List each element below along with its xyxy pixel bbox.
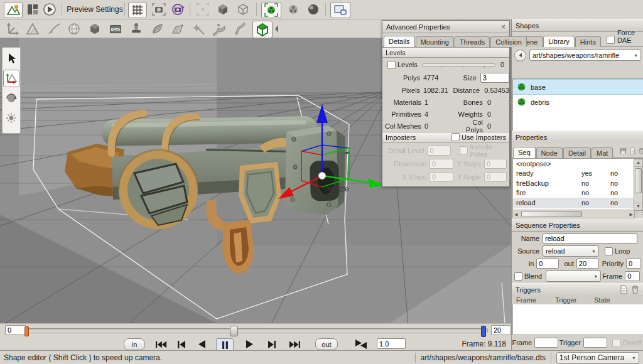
tab-threads[interactable]: Threads <box>455 36 490 47</box>
levels-slider[interactable] <box>423 62 495 68</box>
particle-editor-icon[interactable] <box>190 21 207 36</box>
shape-bounds-icon[interactable] <box>261 2 281 18</box>
cube-wireframe-icon[interactable] <box>235 2 251 17</box>
resize-grip[interactable]: ⋮⋮ <box>635 210 642 217</box>
timeline-thumb[interactable] <box>230 326 238 336</box>
priority-input[interactable] <box>626 259 641 269</box>
tab-hints[interactable]: Hints <box>575 36 601 47</box>
trigger-frame-input[interactable] <box>534 338 558 348</box>
seq-row-fire[interactable]: firenono <box>513 188 643 198</box>
panes-icon[interactable] <box>25 2 40 17</box>
tab-detail[interactable]: Detail <box>563 147 591 158</box>
move-tool-icon[interactable] <box>3 70 19 87</box>
out-button[interactable]: out <box>315 338 338 350</box>
in-button[interactable]: in <box>124 338 145 350</box>
tab-mat[interactable]: Mat <box>592 147 613 158</box>
pause-icon[interactable] <box>216 338 234 351</box>
light-tool-icon[interactable] <box>4 110 19 126</box>
shape-gray-icon[interactable] <box>285 2 301 17</box>
triggers-list[interactable] <box>512 304 643 335</box>
trigger-id-input[interactable] <box>583 338 607 348</box>
out-input[interactable] <box>576 259 599 269</box>
seq-row-ready[interactable]: readyyesno <box>513 169 643 179</box>
frame-input[interactable] <box>625 271 640 281</box>
blend-dropdown[interactable]: ▼ <box>546 270 601 282</box>
seq-row-firebackup[interactable]: fireBackupnono <box>513 178 643 188</box>
camera-mode-dropdown[interactable]: 1st Person Camera▼ <box>556 352 639 364</box>
seq-hscrollbar[interactable]: ◀ ▶ <box>512 210 635 218</box>
decal-editor-icon[interactable] <box>128 21 144 36</box>
loop-checkbox[interactable] <box>605 247 613 255</box>
playback-speed-input[interactable] <box>377 338 406 349</box>
road-editor-icon[interactable] <box>170 21 186 36</box>
play-icon[interactable] <box>241 338 257 350</box>
prev-frame-icon[interactable] <box>173 338 190 350</box>
close-icon[interactable]: × <box>501 23 505 31</box>
datablock-editor-icon[interactable]: DATA <box>107 21 124 36</box>
grid-icon[interactable] <box>128 2 147 18</box>
new-doc-icon[interactable] <box>629 146 636 156</box>
timeline-in-marker[interactable] <box>24 326 29 336</box>
seq-row-reload[interactable]: reloadnono <box>513 198 643 208</box>
back-arrow-icon[interactable] <box>514 50 526 62</box>
mesh-road-editor-icon[interactable] <box>232 21 248 36</box>
tab-collision[interactable]: Collision <box>490 36 527 47</box>
list-item-debris[interactable]: debris <box>513 95 643 109</box>
new-doc-icon[interactable] <box>619 285 629 294</box>
rotate-tool-icon[interactable] <box>4 90 19 107</box>
blend-checkbox[interactable] <box>514 272 522 281</box>
terrain-painter-icon[interactable] <box>45 21 62 36</box>
timeline-out-marker[interactable] <box>481 326 486 337</box>
timeline-start-input[interactable] <box>5 325 26 335</box>
center-object-icon[interactable] <box>195 2 211 17</box>
in-input[interactable] <box>536 259 559 269</box>
cube-solid-icon[interactable] <box>215 2 231 17</box>
seq-row-rootpose[interactable]: <rootpose> <box>513 159 643 169</box>
shapes-nav-row: art/shapes/weapons/ramrifle▼ <box>512 47 643 63</box>
skip-to-end-icon[interactable] <box>286 338 303 350</box>
trash-icon[interactable] <box>638 146 643 156</box>
sketch-tool-icon[interactable] <box>87 21 103 36</box>
play-reverse-icon[interactable] <box>193 338 210 350</box>
camera-orbit-icon[interactable] <box>170 2 186 17</box>
tab-details[interactable]: Details <box>384 36 415 47</box>
levels-checkbox[interactable] <box>387 61 396 69</box>
camera-snapshot-icon[interactable] <box>151 2 167 17</box>
window-layout-icon[interactable] <box>330 2 350 18</box>
sequence-name-input[interactable] <box>543 233 637 244</box>
timeline-end-input[interactable] <box>491 325 511 335</box>
stats-row-materials: Materials 1 Bones 0 <box>382 96 509 108</box>
size-input[interactable] <box>480 73 509 83</box>
tab-seq[interactable]: Seq <box>513 147 536 158</box>
play-circle-icon[interactable] <box>41 2 58 17</box>
terrain-editor-icon[interactable] <box>24 21 41 36</box>
cursor-tool-icon[interactable] <box>4 50 19 67</box>
seq-vscrollbar[interactable]: ▲ ▼ <box>634 159 643 211</box>
river-editor-icon[interactable] <box>211 21 227 36</box>
tab-node[interactable]: Node <box>536 147 563 158</box>
toolbar-collapse-arrow[interactable] <box>274 21 280 36</box>
timeline-track[interactable] <box>25 328 488 333</box>
material-editor-icon[interactable] <box>66 21 82 36</box>
save-icon[interactable] <box>620 146 627 156</box>
shape-editor-icon[interactable] <box>252 21 273 38</box>
stats-row-pixels: Pixels 1082.31 Distance 0.53453 <box>382 84 509 96</box>
advanced-properties-titlebar[interactable]: Advanced Properties × <box>382 21 509 33</box>
list-item-base[interactable]: base <box>513 79 643 95</box>
use-imposters-checkbox[interactable] <box>451 133 460 141</box>
tab-library[interactable]: Library <box>543 36 575 47</box>
force-dae-checkbox[interactable] <box>607 36 615 44</box>
skip-to-start-icon[interactable] <box>153 338 170 350</box>
preview-settings-button[interactable]: Preview Settings <box>67 2 123 17</box>
forest-editor-icon[interactable] <box>149 21 165 36</box>
pingpong-icon[interactable] <box>352 338 370 350</box>
gizmo-center-handle[interactable] <box>319 173 326 179</box>
tab-mounting[interactable]: Mounting <box>416 36 454 47</box>
axis-tool-icon[interactable] <box>4 21 20 36</box>
trash-icon[interactable] <box>630 285 640 294</box>
next-frame-icon[interactable] <box>264 338 280 350</box>
shapes-path-dropdown[interactable]: art/shapes/weapons/ramrifle▼ <box>529 50 641 61</box>
sphere-icon[interactable] <box>305 2 322 17</box>
source-dropdown[interactable]: reload▼ <box>543 245 599 257</box>
scene-mountain-icon[interactable] <box>4 2 23 18</box>
